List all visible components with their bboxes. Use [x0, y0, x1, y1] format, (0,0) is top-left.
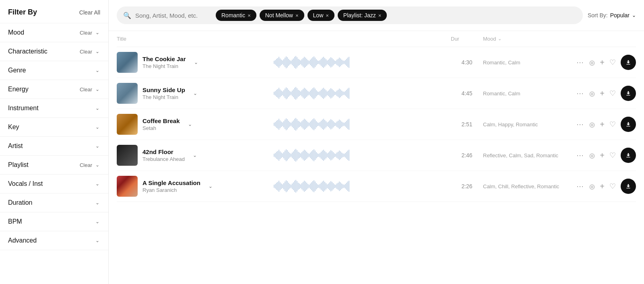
add-button-5[interactable]: + — [600, 182, 605, 191]
waveform-bar — [309, 123, 310, 126]
waveform-bar — [289, 60, 290, 65]
waveform-bar — [311, 151, 312, 159]
waveform-bar — [317, 153, 318, 157]
tag-playlist-jazz[interactable]: Playlist: Jazz× — [338, 10, 387, 21]
download-button-4[interactable] — [621, 148, 636, 163]
track-expand-button-3[interactable]: ⌄ — [188, 121, 192, 127]
waveform-bar — [333, 183, 334, 189]
download-button-5[interactable] — [621, 179, 636, 194]
tag-remove-low[interactable]: × — [326, 12, 329, 19]
radio-button-4[interactable]: ◎ — [589, 152, 595, 159]
waveform-bar — [276, 121, 277, 128]
waveform-bar — [287, 119, 288, 130]
filter-item-artist[interactable]: Artist⌄ — [0, 136, 108, 155]
waveform-bar — [283, 90, 284, 97]
filter-item-key[interactable]: Key⌄ — [0, 117, 108, 136]
filter-item-vocals-inst[interactable]: Vocals / Inst⌄ — [0, 174, 108, 193]
track-text-1: The Cookie Jar The Night Train — [142, 56, 186, 69]
tag-low[interactable]: Low× — [308, 10, 334, 21]
waveform-bar — [341, 60, 342, 65]
more-options-button-4[interactable]: ⋯ — [576, 151, 584, 160]
radio-button-5[interactable]: ◎ — [589, 183, 595, 190]
radio-button-2[interactable]: ◎ — [589, 90, 595, 97]
waveform-bar — [332, 120, 332, 129]
add-button-4[interactable]: + — [600, 151, 605, 160]
waveform-bar — [309, 185, 310, 188]
search-area: 🔍 Romantic×Not Mellow×Low×Playlist: Jazz… — [109, 0, 644, 31]
filter-item-advanced[interactable]: Advanced⌄ — [0, 231, 108, 250]
clear-all-button[interactable]: Clear All — [79, 9, 100, 16]
track-expand-button-5[interactable]: ⌄ — [208, 183, 213, 189]
favorite-button-3[interactable]: ♡ — [609, 120, 616, 129]
more-options-button-2[interactable]: ⋯ — [576, 89, 584, 98]
waveform-bar — [297, 150, 297, 161]
add-button-1[interactable]: + — [600, 58, 605, 67]
waveform-bar — [282, 60, 283, 64]
search-bar[interactable]: 🔍 Romantic×Not Mellow×Low×Playlist: Jazz… — [117, 6, 583, 24]
track-artist-1: The Night Train — [142, 63, 186, 69]
radio-button-3[interactable]: ◎ — [589, 121, 595, 128]
filter-label-artist: Artist — [8, 142, 23, 150]
waveform-2[interactable] — [270, 86, 451, 101]
waveform-bar — [276, 183, 277, 190]
add-button-3[interactable]: + — [600, 120, 605, 129]
waveform-bar — [300, 60, 301, 64]
waveform-bar — [280, 182, 281, 190]
waveform-5[interactable] — [270, 179, 451, 193]
download-button-2[interactable] — [621, 86, 636, 101]
tag-label-not-mellow: Not Mellow — [265, 12, 293, 19]
waveform-bar — [292, 60, 293, 65]
waveform-1[interactable] — [270, 55, 451, 70]
favorite-button-1[interactable]: ♡ — [609, 58, 616, 67]
waveform-bar — [322, 181, 323, 191]
waveform-bar — [330, 57, 331, 68]
waveform-bar — [314, 56, 314, 68]
more-options-button-3[interactable]: ⋯ — [576, 120, 584, 129]
more-options-button-5[interactable]: ⋯ — [576, 182, 584, 191]
waveform-bar — [323, 119, 324, 130]
waveform-bar — [338, 59, 339, 66]
download-button-1[interactable] — [621, 55, 636, 70]
tag-remove-not-mellow[interactable]: × — [295, 12, 299, 19]
more-options-button-1[interactable]: ⋯ — [576, 58, 584, 67]
filter-clear-playlist[interactable]: Clear — [80, 162, 92, 168]
download-button-3[interactable] — [621, 117, 636, 132]
track-expand-button-1[interactable]: ⌄ — [194, 60, 198, 65]
track-expand-button-4[interactable]: ⌄ — [193, 152, 197, 158]
tag-remove-romantic[interactable]: × — [248, 12, 251, 19]
waveform-3[interactable] — [270, 117, 451, 132]
waveform-bar — [336, 91, 337, 96]
filter-item-mood[interactable]: MoodClear⌄ — [0, 23, 108, 42]
mood-header[interactable]: Mood ⌄ — [483, 36, 572, 42]
filter-item-genre[interactable]: Genre⌄ — [0, 61, 108, 80]
chevron-advanced-icon: ⌄ — [95, 238, 100, 243]
filter-item-instrument[interactable]: Instrument⌄ — [0, 99, 108, 117]
tag-romantic[interactable]: Romantic× — [216, 10, 256, 21]
filter-item-bpm[interactable]: BPM⌄ — [0, 212, 108, 231]
search-input[interactable] — [135, 12, 212, 19]
filter-item-duration[interactable]: Duration⌄ — [0, 193, 108, 212]
add-button-2[interactable]: + — [600, 89, 605, 98]
waveform-bar — [299, 121, 300, 127]
filter-item-playlist[interactable]: PlaylistClear⌄ — [0, 155, 108, 174]
waveform-bar — [275, 184, 276, 189]
waveform-4[interactable] — [270, 148, 451, 163]
sort-chevron-icon[interactable]: ⌄ — [632, 12, 636, 18]
tag-not-mellow[interactable]: Not Mellow× — [260, 10, 304, 21]
waveform-bar — [311, 120, 312, 128]
filter-clear-characteristic[interactable]: Clear — [80, 49, 92, 55]
filter-clear-mood[interactable]: Clear — [80, 30, 92, 36]
track-expand-button-2[interactable]: ⌄ — [193, 91, 197, 96]
favorite-button-5[interactable]: ♡ — [609, 182, 616, 191]
filter-item-characteristic[interactable]: CharacteristicClear⌄ — [0, 42, 108, 61]
radio-button-1[interactable]: ◎ — [589, 59, 595, 66]
filter-clear-energy[interactable]: Clear — [80, 86, 92, 93]
chevron-instrument-icon: ⌄ — [95, 105, 100, 111]
favorite-button-4[interactable]: ♡ — [609, 151, 616, 160]
waveform-bar — [303, 151, 303, 160]
filter-item-energy[interactable]: EnergyClear⌄ — [0, 80, 108, 99]
sort-value[interactable]: Popular — [610, 12, 630, 19]
tag-remove-playlist-jazz[interactable]: × — [378, 12, 382, 19]
filter-list: MoodClear⌄CharacteristicClear⌄Genre⌄Ener… — [0, 23, 108, 250]
favorite-button-2[interactable]: ♡ — [609, 89, 616, 98]
